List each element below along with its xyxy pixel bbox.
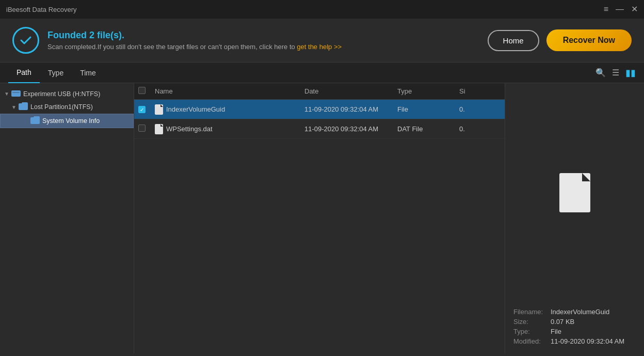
row2-name: WPSettings.dat bbox=[155, 124, 304, 134]
preview-icon-area bbox=[505, 83, 644, 302]
row1-check[interactable]: ✓ bbox=[138, 105, 155, 114]
close-button[interactable]: ✕ bbox=[631, 5, 638, 13]
meta-modified-row: Modified: 11-09-2020 09:32:04 AM bbox=[513, 337, 636, 345]
search-icon[interactable]: 🔍 bbox=[595, 68, 606, 78]
meta-size-row: Size: 0.07 KB bbox=[513, 318, 636, 326]
row2-type: DAT File bbox=[397, 125, 459, 133]
row2-check[interactable] bbox=[138, 125, 155, 133]
select-all-checkbox[interactable] bbox=[138, 87, 146, 94]
file-rows: ✓ IndexerVolumeGuid 11-09-2020 09:32:04 … bbox=[134, 100, 505, 353]
col-header-date: Date bbox=[304, 87, 397, 95]
tree-label-partition: Lost Partition1(NTFS) bbox=[30, 103, 93, 111]
header-text: Founded 2 file(s). Scan completed.If you… bbox=[47, 30, 342, 51]
help-link[interactable]: get the help >> bbox=[297, 43, 342, 51]
meta-type-value: File bbox=[551, 328, 561, 335]
header-left: Founded 2 file(s). Scan completed.If you… bbox=[12, 27, 342, 54]
row1-name: IndexerVolumeGuid bbox=[155, 104, 304, 115]
meta-filename-label: Filename: bbox=[513, 308, 551, 316]
row2-checkbox[interactable] bbox=[138, 125, 146, 132]
row2-size: 0. bbox=[459, 125, 501, 133]
row1-date: 11-09-2020 09:32:04 AM bbox=[304, 105, 397, 113]
file-row-1[interactable]: ✓ IndexerVolumeGuid 11-09-2020 09:32:04 … bbox=[134, 100, 505, 119]
tab-path[interactable]: Path bbox=[8, 63, 40, 83]
folder-icon-partition bbox=[19, 102, 28, 112]
list-view-icon[interactable]: ☰ bbox=[612, 68, 619, 78]
tree-item-partition[interactable]: ▼ Lost Partition1(NTFS) bbox=[0, 100, 134, 114]
row2-date: 11-09-2020 09:32:04 AM bbox=[304, 125, 397, 133]
grid-view-icon[interactable]: ▮▮ bbox=[625, 67, 636, 79]
svg-rect-0 bbox=[11, 90, 21, 97]
status-desc: Scan completed.If you still don't see th… bbox=[47, 43, 342, 51]
menu-icon[interactable]: ≡ bbox=[604, 5, 608, 13]
status-icon bbox=[12, 27, 39, 54]
window-controls: ≡ — ✕ bbox=[604, 5, 638, 13]
row1-checkbox[interactable]: ✓ bbox=[138, 106, 146, 113]
row1-file-icon bbox=[155, 104, 163, 115]
col-header-name: Name bbox=[155, 87, 304, 95]
tree-toggle-partition[interactable]: ▼ bbox=[11, 104, 19, 110]
file-list-area: Name Date Type Si ✓ IndexerVolumeGuid 11… bbox=[134, 83, 505, 353]
col-header-type: Type bbox=[397, 87, 459, 95]
tree-label-sysvolume: System Volume Info bbox=[42, 117, 100, 125]
tree-label-drive: Experiment USB (H:NTFS) bbox=[23, 90, 100, 98]
meta-modified-label: Modified: bbox=[513, 337, 551, 345]
tabs-right-controls: 🔍 ☰ ▮▮ bbox=[595, 67, 636, 79]
recover-now-button[interactable]: Recover Now bbox=[546, 29, 632, 51]
header-check bbox=[138, 87, 155, 96]
content-area: Name Date Type Si ✓ IndexerVolumeGuid 11… bbox=[134, 83, 644, 353]
meta-filename-value: IndexerVolumeGuid bbox=[551, 308, 609, 316]
row1-type: File bbox=[397, 105, 459, 113]
col-header-size: Si bbox=[459, 87, 501, 95]
meta-type-row: Type: File bbox=[513, 328, 636, 335]
svg-rect-1 bbox=[12, 92, 20, 93]
home-button[interactable]: Home bbox=[488, 30, 539, 51]
minimize-button[interactable]: — bbox=[616, 5, 624, 13]
row1-size: 0. bbox=[459, 105, 501, 113]
status-title: Founded 2 file(s). bbox=[47, 30, 342, 41]
sidebar-tree: ▼ Experiment USB (H:NTFS) ▼ Lost Partiti… bbox=[0, 83, 134, 353]
header-buttons: Home Recover Now bbox=[488, 29, 632, 51]
row2-file-icon bbox=[155, 124, 163, 134]
tree-item-drive[interactable]: ▼ Experiment USB (H:NTFS) bbox=[0, 87, 134, 100]
preview-file-icon bbox=[559, 173, 590, 212]
meta-filename-row: Filename: IndexerVolumeGuid bbox=[513, 308, 636, 316]
meta-type-label: Type: bbox=[513, 328, 551, 335]
tab-time[interactable]: Time bbox=[72, 63, 104, 83]
tabs-bar: Path Type Time 🔍 ☰ ▮▮ bbox=[0, 63, 644, 83]
drive-icon bbox=[11, 89, 21, 98]
file-list-header: Name Date Type Si bbox=[134, 83, 505, 100]
preview-meta: Filename: IndexerVolumeGuid Size: 0.07 K… bbox=[505, 302, 644, 353]
main-content: ▼ Experiment USB (H:NTFS) ▼ Lost Partiti… bbox=[0, 83, 644, 353]
title-bar: iBeesoft Data Recovery ≡ — ✕ bbox=[0, 0, 644, 19]
meta-size-label: Size: bbox=[513, 318, 551, 326]
tab-type[interactable]: Type bbox=[40, 63, 72, 83]
file-row-2[interactable]: WPSettings.dat 11-09-2020 09:32:04 AM DA… bbox=[134, 119, 505, 139]
meta-modified-value: 11-09-2020 09:32:04 AM bbox=[551, 337, 624, 345]
folder-icon-sysvolume bbox=[30, 116, 40, 126]
app-title: iBeesoft Data Recovery bbox=[6, 6, 77, 13]
header: Founded 2 file(s). Scan completed.If you… bbox=[0, 19, 644, 63]
tree-item-sysvolume[interactable]: System Volume Info bbox=[0, 114, 134, 128]
tree-toggle-drive[interactable]: ▼ bbox=[4, 91, 11, 97]
preview-panel: Filename: IndexerVolumeGuid Size: 0.07 K… bbox=[505, 83, 644, 353]
meta-size-value: 0.07 KB bbox=[551, 318, 574, 326]
